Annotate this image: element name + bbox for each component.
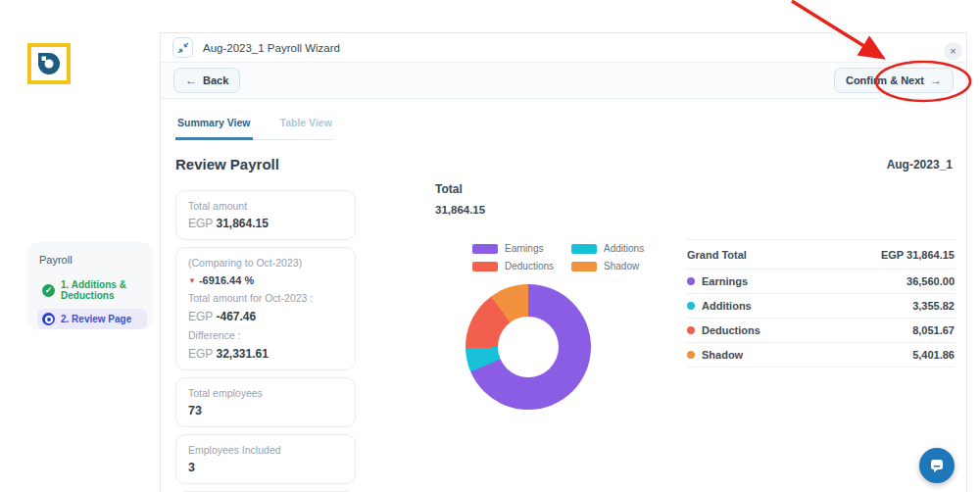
payroll-wizard-modal: Aug-2023_1 Payroll Wizard × ← Back Confi… [160, 32, 967, 492]
card-label: Total employees [188, 387, 343, 399]
chat-support-button[interactable] [919, 448, 955, 483]
total-amount-value: 31,864.15 [216, 217, 268, 230]
close-button[interactable]: × [944, 42, 962, 61]
stepper-title: Payroll [39, 254, 147, 266]
donut-hole [498, 317, 559, 377]
grand-total-row: Grand Total EGP 31,864.15 [687, 239, 955, 270]
card-label: Employees Included [188, 444, 343, 456]
legend-swatch [472, 244, 498, 254]
back-button[interactable]: ← Back [173, 68, 240, 93]
wizard-stepper: Payroll ✓ 1. Additions & Deductions 2. R… [27, 242, 153, 328]
tab-summary-view[interactable]: Summary View [175, 113, 253, 140]
comparison-title: (Comparing to Oct-2023) [188, 257, 343, 269]
legend-swatch [571, 262, 597, 271]
legend-swatch [472, 262, 498, 271]
chart-total-label: Total [435, 182, 700, 196]
wizard-toolbar: ← Back Confirm & Next → [161, 63, 966, 99]
view-tabs: Summary View Table View [175, 113, 334, 140]
table-row-earnings: Earnings 36,560.00 [687, 270, 955, 294]
step-additions-deductions[interactable]: ✓ 1. Additions & Deductions [37, 275, 147, 305]
tab-table-view[interactable]: Table View [278, 113, 334, 140]
trend-down-icon: ▼ [188, 276, 196, 285]
additions-dot-icon [687, 302, 695, 310]
total-employees-card: Total employees 73 [175, 377, 356, 427]
chart-legend: Earnings Additions Deductions Shado [472, 243, 644, 271]
chat-bubble-icon [928, 457, 946, 474]
comparison-card: (Comparing to Oct-2023) ▼-6916.44 % Tota… [175, 247, 356, 370]
legend-item-shadow: Shadow [571, 261, 644, 271]
prev-amount-label: Total amount for Oct-2023 : [188, 292, 343, 304]
currency-code: EGP [188, 347, 213, 361]
table-row-shadow: Shadow 5,401.86 [687, 343, 955, 368]
payroll-period-label: Aug-2023_1 [887, 158, 953, 172]
totals-table: Grand Total EGP 31,864.15 Earnings 36,56… [687, 239, 955, 368]
legend-swatch [571, 244, 597, 254]
deductions-dot-icon [687, 326, 695, 334]
table-row-deductions: Deductions 8,051.67 [687, 319, 955, 343]
legend-item-additions: Additions [571, 243, 644, 254]
difference-label: Difference : [188, 329, 343, 341]
step-label: 2. Review Page [61, 314, 131, 324]
shadow-dot-icon [687, 351, 695, 359]
summary-cards: Total amount EGP 31,864.15 (Comparing to… [175, 190, 356, 492]
table-row-additions: Additions 3,355.82 [687, 294, 955, 319]
donut-chart-wrap [466, 284, 591, 410]
collapse-window-button[interactable] [172, 37, 193, 58]
total-amount-card: Total amount EGP 31,864.15 [175, 190, 356, 240]
legend-item-deductions: Deductions [472, 261, 554, 271]
step-complete-check-icon: ✓ [42, 284, 55, 297]
wizard-titlebar: Aug-2023_1 Payroll Wizard × [161, 33, 966, 63]
currency-code: EGP [188, 310, 213, 323]
prev-amount-value: -467.46 [216, 310, 256, 323]
summary-main: Total amount EGP 31,864.15 (Comparing to… [175, 182, 953, 492]
total-employees-value: 73 [188, 404, 343, 418]
confirm-next-button[interactable]: Confirm & Next → [834, 68, 954, 93]
employees-included-value: 3 [188, 461, 343, 474]
employees-included-card: Employees Included 3 [175, 434, 356, 484]
payroll-chart-section: Total 31,864.15 Earnings Additions [435, 182, 700, 410]
chart-total-value: 31,864.15 [435, 204, 700, 216]
comparison-percent: ▼-6916.44 % [188, 274, 343, 286]
step-label: 1. Additions & Deductions [61, 279, 142, 301]
company-logo-icon [27, 43, 71, 84]
page: Payroll ✓ 1. Additions & Deductions 2. R… [0, 0, 980, 492]
back-arrow-icon: ← [185, 74, 197, 87]
next-arrow-icon: → [930, 74, 942, 87]
wizard-content: Summary View Table View Review Payroll A… [161, 99, 966, 492]
currency-code: EGP [188, 217, 213, 230]
legend-item-earnings: Earnings [472, 243, 554, 254]
earnings-dot-icon [687, 277, 695, 285]
wizard-title: Aug-2023_1 Payroll Wizard [203, 42, 340, 54]
step-current-radio-icon [42, 313, 55, 325]
collapse-icon [177, 42, 189, 54]
step-review-page[interactable]: 2. Review Page [37, 309, 147, 329]
page-title: Review Payroll [175, 156, 279, 172]
difference-value: 32,331.61 [216, 347, 268, 361]
grand-total-value: EGP 31,864.15 [881, 249, 955, 261]
card-label: Total amount [188, 200, 343, 212]
